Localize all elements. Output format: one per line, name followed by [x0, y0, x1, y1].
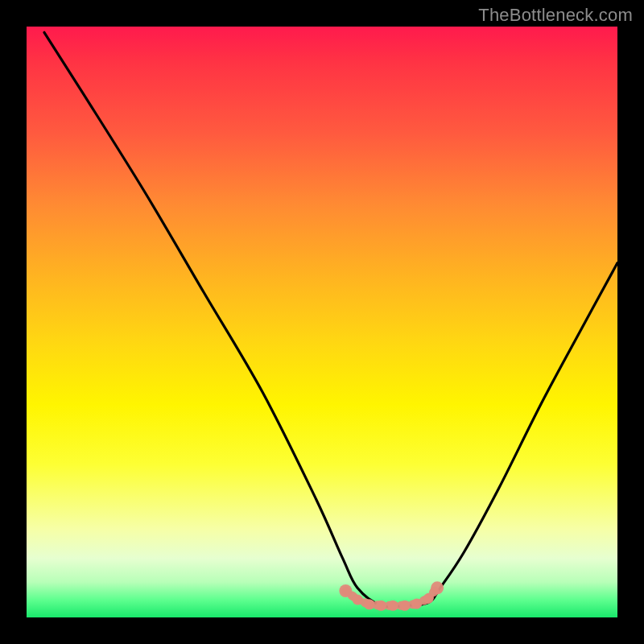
svg-point-14	[411, 599, 422, 609]
chart-svg	[27, 27, 617, 617]
svg-point-11	[376, 601, 386, 611]
svg-point-15	[423, 593, 434, 604]
bottleneck-curve	[44, 32, 617, 607]
svg-point-9	[353, 594, 363, 605]
svg-point-10	[364, 599, 374, 609]
svg-point-13	[399, 601, 410, 611]
svg-point-16	[431, 581, 444, 594]
plot-area	[27, 27, 617, 617]
svg-point-12	[388, 601, 398, 611]
svg-point-8	[339, 584, 352, 597]
watermark-text: TheBottleneck.com	[478, 5, 633, 26]
chart-frame: TheBottleneck.com	[0, 0, 644, 644]
